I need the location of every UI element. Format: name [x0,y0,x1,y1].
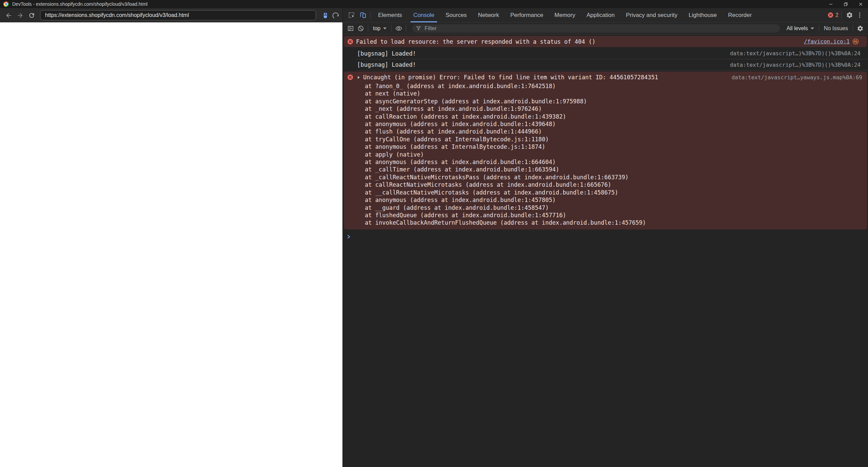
filter-funnel-icon [416,25,421,31]
window-body: ElementsConsoleSourcesNetworkPerformance… [0,8,868,467]
expand-triangle[interactable] [357,76,360,79]
issues-counter[interactable]: No Issues [821,25,851,32]
minimize-icon [829,2,833,6]
stack-frame: at callReaction (address at index.androi… [365,113,862,120]
chrome-window: DevTools - extensions.shopifycdn.com/sho… [0,0,868,467]
console-log-message: [bugsnag] Loaded!data:text/javascript…)%… [343,48,868,59]
tab-elements[interactable]: Elements [375,8,405,22]
sidebar-panel-icon [347,25,354,32]
tab-network[interactable]: Network [475,8,502,22]
prompt-chevron-icon [346,234,351,239]
forward-button[interactable] [14,9,26,21]
forward-arrow-icon [17,12,24,19]
log-levels-label: All levels [787,25,808,32]
error-message-text: Failed to load resource: the server resp… [356,38,595,45]
console-log-message: [bugsnag] Loaded!data:text/javascript…)%… [343,59,868,71]
divider [853,25,853,32]
open-in-network-button[interactable] [852,38,859,45]
console-settings-button[interactable] [855,23,865,34]
console-output: Failed to load resource: the server resp… [343,35,868,467]
stack-frame: at anonymous (address at index.android.b… [365,120,862,128]
stack-frame: at invokeCallbackAndReturnFlushedQueue (… [365,219,862,226]
eye-icon [395,25,402,32]
tab-lighthouse[interactable]: Lighthouse [686,8,719,22]
minimize-button[interactable] [823,0,838,8]
log-message-text: [bugsnag] Loaded! [357,61,416,68]
mouse-extension-button[interactable] [320,10,330,20]
browser-toolbar [0,8,342,22]
stack-frame: at _callTimer (address at index.android.… [365,166,862,173]
inspect-element-button[interactable] [346,8,357,22]
browser-pane [0,8,342,467]
restore-button[interactable] [838,0,853,8]
restore-icon [844,2,848,6]
inspect-cursor-icon [348,12,355,19]
error-badge[interactable]: 2 [828,12,839,18]
divider [391,25,392,32]
live-expression-button[interactable] [394,23,404,34]
stack-trace: at ?anon_0_ (address at index.android.bu… [344,82,867,227]
gesture-extension-button[interactable] [330,10,340,20]
tab-sources[interactable]: Sources [443,8,469,22]
kebab-menu-icon [856,12,863,19]
tab-recorder[interactable]: Recorder [725,8,754,22]
tab-performance[interactable]: Performance [508,8,546,22]
stack-frame: at flush (address at index.android.bundl… [365,128,862,135]
error-circle-icon [347,39,353,45]
tab-console[interactable]: Console [411,8,437,22]
console-error-message: Uncaught (in promise) Error: Failed to f… [344,72,867,229]
close-button[interactable] [853,0,868,8]
source-link[interactable]: /favicon.ico:1 [797,38,850,45]
stack-frame: at next (native) [365,90,862,97]
console-error-message: Failed to load resource: the server resp… [344,36,867,47]
divider [406,25,406,32]
stack-frame: at anonymous (address at InternalBytecod… [365,143,862,150]
source-link[interactable]: data:text/javascript…)%3B%7D)()%3B%0A:24 [723,62,861,68]
divider [819,25,819,32]
gear-icon [857,25,864,32]
stack-frame: at __guard (address at index.android.bun… [365,204,862,211]
tab-privacy-and-security[interactable]: Privacy and security [623,8,680,22]
devtools-tabs: ElementsConsoleSourcesNetworkPerformance… [375,8,754,22]
device-toolbar-toggle[interactable] [357,8,369,22]
mouse-icon [322,12,329,19]
address-bar[interactable] [40,10,316,20]
stack-frame: at anonymous (address at index.android.b… [365,196,862,204]
devtools-menu-button[interactable] [854,12,865,19]
window-controls [823,0,868,8]
devtools-settings-button[interactable] [844,12,854,19]
stack-frame: at apply (native) [365,151,862,158]
address-bar-input[interactable] [45,12,311,18]
back-button[interactable] [3,9,14,21]
clear-console-button[interactable] [356,23,366,34]
stack-frame: at _next (address at index.android.bundl… [365,105,862,113]
log-message-text: [bugsnag] Loaded! [357,50,416,57]
expand-triangle-icon [357,76,360,79]
stack-frame: at callReactNativeMicrotasks (address at… [365,181,862,188]
log-levels-selector[interactable]: All levels [784,25,817,32]
stack-frame: at flushedQueue (address at index.androi… [365,211,862,219]
stack-frame: at tryCallOne (address at InternalByteco… [365,136,862,143]
source-link[interactable]: data:text/javascript…)%3B%7D)()%3B%0A:24 [723,50,861,57]
reload-icon [28,12,35,19]
devtools-panel: ElementsConsoleSourcesNetworkPerformance… [342,8,868,467]
console-toolbar: top All levels No Issues [343,22,868,35]
console-filter[interactable] [412,24,780,33]
error-message-text: Uncaught (in promise) Error: Failed to f… [363,74,658,81]
console-sidebar-toggle[interactable] [346,23,356,34]
source-link[interactable]: data:text/javascript…yaways.js.map%0A:69 [725,74,862,81]
console-prompt[interactable] [343,230,868,239]
close-icon [859,2,863,6]
reload-button[interactable] [26,9,37,21]
stack-frame: at anonymous (address at index.android.b… [365,158,862,166]
error-circle-icon [347,74,353,80]
context-selector[interactable]: top [370,25,389,32]
filter-input[interactable] [425,25,776,32]
stack-frame: at asyncGeneratorStep (address at index.… [365,98,862,105]
tab-application[interactable]: Application [584,8,617,22]
stack-frame: at __callReactNativeMicrotasks (address … [365,189,862,196]
chevron-down-icon [811,27,814,29]
error-count: 2 [835,12,839,18]
console-messages: Failed to load resource: the server resp… [343,36,868,229]
tab-memory[interactable]: Memory [552,8,578,22]
